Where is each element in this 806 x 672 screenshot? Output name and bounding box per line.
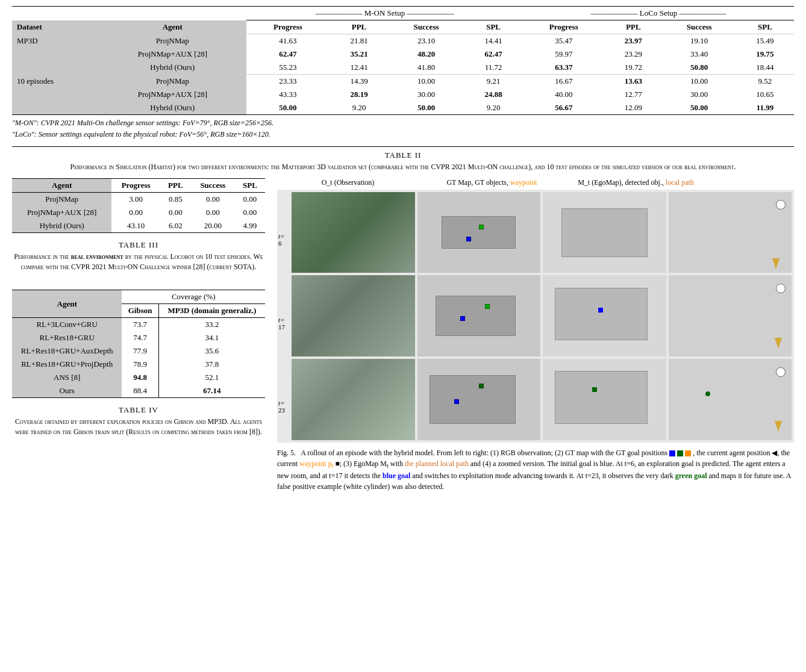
fig-t23-egomap — [543, 359, 666, 440]
localpath-label: local path — [666, 178, 694, 187]
table1-cell: 10.00 — [389, 75, 464, 89]
table1-cell: 63.37 — [523, 61, 604, 75]
fig-t23-map — [417, 359, 541, 440]
fig-t6-photo — [292, 192, 415, 273]
table4-cell: 88.4 — [122, 384, 158, 398]
table2-cell: ProjNMap+AUX [28] — [12, 206, 111, 219]
table1-cell: 12.41 — [330, 61, 389, 75]
table1-mon-header: —————— M-ON Setup —————— — [246, 7, 523, 20]
table1-cell: ProjNMap+AUX [28] — [99, 88, 246, 101]
table1-cell — [12, 101, 99, 115]
fig-caption-localpath: the planned local path — [405, 459, 469, 468]
left-column: Agent Progress PPL Success SPL ProjNMap3… — [12, 178, 265, 492]
col-mon-ppl: PPL — [330, 20, 389, 34]
col-mon-spl: SPL — [464, 20, 523, 34]
table4-caption: Coverage obtained by different explorati… — [12, 417, 265, 437]
t-label-23: t=23 — [278, 399, 285, 414]
table1-cell: ProjNMap+AUX [28] — [99, 48, 246, 61]
fig-t6-egomap — [543, 192, 666, 273]
t-label-6: t=6 — [278, 232, 284, 247]
table4-cell: 52.1 — [158, 371, 265, 384]
t2-col-progress: Progress — [111, 178, 160, 192]
table2-cell: Hybrid (Ours) — [12, 219, 111, 233]
table2-header: TABLE II Performance in Simulation (Habi… — [12, 151, 794, 172]
table1: —————— M-ON Setup —————— —————— LoCo Set… — [12, 6, 794, 115]
table1-cell: 10.00 — [662, 75, 736, 89]
t4-col-gibson: Gibson — [122, 304, 158, 318]
table2-container: Agent Progress PPL Success SPL ProjNMap3… — [12, 178, 265, 233]
t2-col-spl: SPL — [235, 178, 265, 192]
table1-cell: ProjNMap — [99, 34, 246, 48]
table2: Agent Progress PPL Success SPL ProjNMap3… — [12, 178, 265, 233]
table4-cell: RL+Res18+GRU+ProjDepth — [12, 358, 122, 371]
waypoint-label: waypoint — [510, 178, 537, 187]
table1-cell: 9.20 — [464, 101, 523, 115]
table1-loco-header: —————— LoCo Setup —————— — [523, 7, 794, 20]
fig-t23-photo — [292, 359, 415, 440]
table4-cell: 34.1 — [158, 331, 265, 344]
table4-container: Agent Coverage (%) Gibson MP3D (domain g… — [12, 290, 265, 398]
table2-cell: 0.00 — [111, 206, 160, 219]
table1-cell: 16.67 — [523, 75, 604, 89]
table2-cell: 6.02 — [160, 219, 191, 233]
table1-cell — [12, 48, 99, 61]
table2-cell: 0.00 — [235, 206, 265, 219]
table1-cell: 23.29 — [604, 48, 662, 61]
table1-cell: 41.80 — [389, 61, 464, 75]
two-col-layout: Agent Progress PPL Success SPL ProjNMap3… — [12, 178, 794, 492]
t4-coverage-header: Coverage (%) — [122, 290, 265, 304]
table1-cell: 11.99 — [736, 101, 794, 115]
table1-cell: 14.41 — [464, 34, 523, 48]
table1-cell: 9.21 — [464, 75, 523, 89]
table1-cell: 9.52 — [736, 75, 794, 89]
col-loco-progress: Progress — [523, 20, 604, 34]
table1-cell: 12.77 — [604, 88, 662, 101]
table1-cell: 28.19 — [330, 88, 389, 101]
fig-header-zoom — [709, 178, 794, 187]
figure-row-t23: t=23 — [280, 359, 792, 440]
t4-col-agent: Agent — [12, 290, 122, 318]
fig-header-ego: M_t (EgoMap), detected obj., local path — [565, 178, 707, 187]
table2-cell: 43.10 — [111, 219, 160, 233]
table1-cell: 21.81 — [330, 34, 389, 48]
table3-title: TABLE III — [12, 240, 265, 250]
col-mon-progress: Progress — [246, 20, 330, 34]
table1-cell: 19.72 — [604, 61, 662, 75]
table1-cell: 35.47 — [523, 34, 604, 48]
table1-cell: 18.44 — [736, 61, 794, 75]
col-loco-ppl: PPL — [604, 20, 662, 34]
table1-cell — [12, 61, 99, 75]
fig-caption-green-goal: green goal — [675, 471, 707, 480]
divider1 — [12, 146, 794, 147]
table2-cell: 20.00 — [191, 219, 235, 233]
green-square-icon — [677, 450, 683, 456]
right-column: O_t (Observation) GT Map, GT objects, wa… — [277, 178, 794, 492]
orange-square-icon — [685, 450, 691, 456]
table1-empty-header — [12, 7, 246, 20]
fig-t6-zoom — [669, 192, 792, 273]
table4-cell: 37.8 — [158, 358, 265, 371]
gt-label: GT Map, GT objects, — [446, 178, 508, 187]
table4-cell: 33.2 — [158, 318, 265, 332]
table1-cell: 33.40 — [662, 48, 736, 61]
fig-t17-egomap — [543, 275, 666, 356]
table1-cell: 62.47 — [464, 48, 523, 61]
t2-col-success: Success — [191, 178, 235, 192]
fig-t6-map — [417, 192, 541, 273]
table4-cell: RL+Res18+GRU+AuxDepth — [12, 344, 122, 358]
table4-cell: RL+Res18+GRU — [12, 331, 122, 344]
table1-cell: 9.20 — [330, 101, 389, 115]
figure-caption: Fig. 5. A rollout of an episode with the… — [277, 447, 794, 492]
table4-cell: 67.14 — [158, 384, 265, 398]
table2-cell: 3.00 — [111, 192, 160, 206]
table2-cell: 0.00 — [191, 206, 235, 219]
t2-col-agent: Agent — [12, 178, 111, 192]
table2-cell: 0.85 — [160, 192, 191, 206]
table1-cell: Hybrid (Ours) — [99, 101, 246, 115]
table4: Agent Coverage (%) Gibson MP3D (domain g… — [12, 290, 265, 398]
table1-cell: 43.33 — [246, 88, 330, 101]
ego-label: M_t (EgoMap), detected obj., — [578, 178, 664, 187]
figure-area: t=6 — [277, 190, 794, 443]
table4-cell: RL+3LConv+GRU — [12, 318, 122, 332]
table1-cell: Hybrid (Ours) — [99, 61, 246, 75]
